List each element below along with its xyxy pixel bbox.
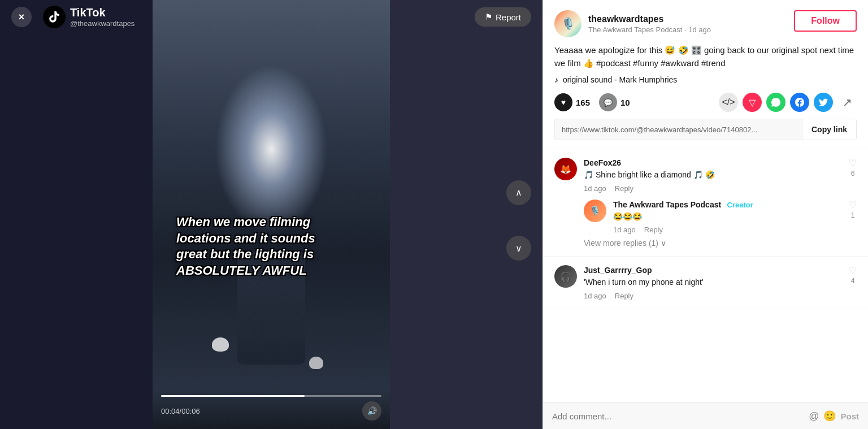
app-username: @theawkwardtapes — [70, 19, 134, 28]
emoji-button[interactable]: 🙂 — [823, 410, 836, 422]
nav-down-button[interactable]: ∨ — [506, 236, 531, 261]
video-background: When we move filming locations and it so… — [153, 0, 390, 429]
comment-avatar: 🎧 — [554, 265, 577, 288]
reply-button[interactable]: Reply — [615, 292, 633, 300]
reply-time: 1d ago — [613, 226, 636, 234]
right-dark-area: ∧ ∨ — [390, 0, 542, 429]
post-info-section: 🎙️ theawkwardtapes The Awkward Tapes Pod… — [543, 0, 868, 149]
time-row: 00:04/00:06 🔊 — [161, 401, 381, 421]
report-button[interactable]: ⚑ Report — [475, 7, 531, 27]
at-mention-button[interactable]: @ — [809, 410, 819, 422]
video-time: 00:04/00:06 — [161, 407, 200, 415]
comment-meta: 1d ago Reply — [584, 292, 842, 300]
comment-icon: 💬 — [599, 93, 617, 111]
heart-icon: ♥ — [554, 93, 572, 111]
view-more-replies[interactable]: View more replies (1) ∨ — [584, 239, 857, 248]
reply-username: The Awkward Tapes Podcast — [613, 200, 721, 209]
video-panel: × TikTok @theawkwardtapes ⚑ Report — [0, 0, 542, 429]
top-bar: × TikTok @theawkwardtapes ⚑ Report — [0, 0, 542, 34]
video-controls: 00:04/00:06 🔊 — [153, 389, 390, 429]
app-title: TikTok — [70, 6, 134, 19]
share-whatsapp-button[interactable] — [766, 93, 785, 112]
share-facebook-button[interactable] — [790, 93, 809, 112]
comment-input[interactable] — [552, 411, 803, 421]
like-heart-icon[interactable]: ♡ — [849, 265, 857, 276]
tiktok-logo-text: TikTok @theawkwardtapes — [70, 6, 134, 28]
link-bar: https://www.tiktok.com/@theawkwardtapes/… — [554, 119, 857, 140]
post-header: 🎙️ theawkwardtapes The Awkward Tapes Pod… — [554, 10, 857, 37]
link-url-text: https://www.tiktok.com/@theawkwardtapes/… — [555, 120, 802, 140]
like-count: 4 — [851, 277, 855, 285]
reply-avatar: 🎙️ — [584, 200, 606, 222]
share-tiktok-button[interactable]: ▽ — [743, 93, 762, 112]
nav-up-button[interactable]: ∧ — [506, 180, 531, 205]
video-container[interactable]: When we move filming locations and it so… — [153, 0, 390, 429]
post-meta: The Awkward Tapes Podcast · 1d ago — [588, 25, 711, 34]
user-info: theawkwardtapes The Awkward Tapes Podcas… — [588, 14, 711, 34]
input-actions: @ 🙂 Post — [809, 410, 859, 422]
likes-count: 165 — [576, 98, 590, 107]
comment-time: 1d ago — [584, 184, 606, 193]
comment-avatar: 🦊 — [554, 158, 577, 180]
comment-content: DeeFox26 🎵 Shine bright like a diamond 🎵… — [584, 158, 842, 193]
like-heart-icon[interactable]: ♡ — [849, 158, 857, 168]
like-action[interactable]: ♥ 165 — [554, 93, 590, 111]
reply-like-icon[interactable]: ♡ — [849, 200, 857, 210]
tiktok-icon — [43, 6, 66, 28]
follow-button[interactable]: Follow — [794, 10, 857, 32]
share-embed-button[interactable]: </> — [719, 93, 738, 112]
reply-reply-button[interactable]: Reply — [644, 226, 663, 234]
left-dark-area — [0, 0, 153, 429]
reply-content: The Awkward Tapes Podcast Creator 😂😂😂 1d… — [613, 200, 842, 235]
comment-text: 'When i turn on my phone at night' — [584, 277, 842, 288]
reply-thread: 🎙️ The Awkward Tapes Podcast Creator 😂😂😂… — [584, 200, 857, 235]
creator-badge: Creator — [727, 201, 753, 209]
reply-likes: ♡ 1 — [849, 200, 857, 235]
post-username: theawkwardtapes — [588, 14, 711, 24]
progress-fill — [161, 395, 305, 397]
action-left: ♥ 165 💬 10 — [554, 93, 630, 111]
progress-bar[interactable] — [161, 395, 381, 397]
reply-text: 😂😂😂 — [613, 211, 842, 223]
action-right: </> ▽ ↗ — [719, 93, 857, 112]
chevron-down-icon: ∨ — [661, 239, 666, 248]
sound-label: original sound - Mark Humphries — [563, 75, 677, 84]
sound-button[interactable]: 🔊 — [362, 401, 381, 421]
share-more-button[interactable]: ↗ — [837, 93, 857, 112]
comment-meta: 1d ago Reply — [584, 184, 842, 193]
reply-meta: 1d ago Reply — [613, 226, 842, 234]
tiktok-logo: TikTok @theawkwardtapes — [43, 6, 134, 28]
action-bar: ♥ 165 💬 10 </> ▽ — [554, 93, 857, 112]
music-note-icon: ♪ — [554, 75, 558, 84]
comment-likes: ♡ 6 — [849, 158, 857, 193]
comment-content: Just_Garrrry_Gop 'When i turn on my phon… — [584, 265, 842, 300]
sound-info: ♪ original sound - Mark Humphries — [554, 75, 857, 84]
comments-section: 🦊 DeeFox26 🎵 Shine bright like a diamond… — [543, 149, 868, 402]
video-caption-text: When we move filming locations and it so… — [176, 214, 378, 279]
duck-left — [212, 337, 229, 352]
copy-link-button[interactable]: Copy link — [802, 119, 856, 140]
comments-count: 10 — [620, 98, 630, 107]
comment-action[interactable]: 💬 10 — [599, 93, 630, 111]
share-twitter-button[interactable] — [814, 93, 833, 112]
comment-item: 🎧 Just_Garrrry_Gop 'When i turn on my ph… — [543, 257, 868, 309]
video-light-effect — [215, 64, 328, 234]
right-panel: 🎙️ theawkwardtapes The Awkward Tapes Pod… — [542, 0, 868, 429]
flag-icon: ⚑ — [485, 12, 492, 22]
post-user: 🎙️ theawkwardtapes The Awkward Tapes Pod… — [554, 10, 711, 37]
reply-button[interactable]: Reply — [615, 184, 633, 193]
comment-text: 🎵 Shine bright like a diamond 🎵 🤣 — [584, 170, 842, 181]
reply-row: 🎙️ The Awkward Tapes Podcast Creator 😂😂😂… — [584, 200, 857, 235]
close-button[interactable]: × — [11, 7, 32, 27]
comment-time: 1d ago — [584, 292, 606, 300]
comment-username: Just_Garrrry_Gop — [584, 266, 652, 275]
duck-right — [309, 357, 323, 369]
comment-username: DeeFox26 — [584, 158, 621, 167]
comment-row: 🎧 Just_Garrrry_Gop 'When i turn on my ph… — [554, 265, 857, 300]
like-count: 6 — [851, 170, 855, 177]
reply-like-count: 1 — [851, 211, 855, 219]
comment-row: 🦊 DeeFox26 🎵 Shine bright like a diamond… — [554, 158, 857, 193]
comment-likes: ♡ 4 — [849, 265, 857, 300]
post-comment-button[interactable]: Post — [840, 411, 859, 421]
post-caption: Yeaaaa we apologize for this 😅 🤣 🎛️ goin… — [554, 44, 857, 70]
